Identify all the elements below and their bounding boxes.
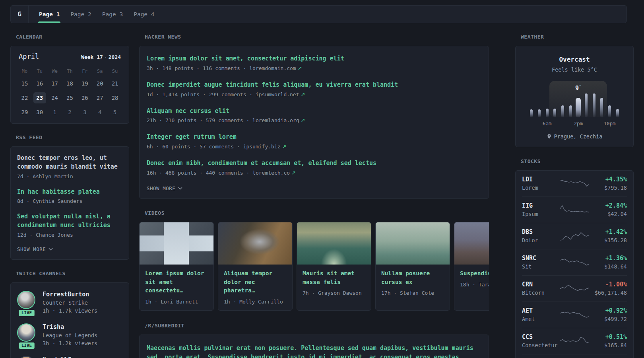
hackernews-item: Lorem ipsum dolor sit amet, consectetur … (147, 54, 481, 71)
hackernews-item-domain[interactable]: loremlandia.org (252, 117, 299, 123)
hackernews-show-more-button[interactable]: SHOW MORE (147, 185, 481, 191)
video-card-body: Nullam posuere cursus ex17h · Stefan Col… (376, 265, 450, 302)
rss-item-title[interactable]: Donec tempor eros leo, ut commodo mauris… (17, 154, 122, 171)
calendar-day[interactable]: 16 (33, 78, 46, 89)
video-card: Mauris sit amet massa felis7h · Grayson … (297, 222, 371, 311)
hackernews-item-title[interactable]: Donec enim nibh, condimentum et accumsan… (147, 159, 481, 168)
stock-ticker[interactable]: DBS (522, 228, 560, 235)
stock-ticker[interactable]: CCS (522, 333, 560, 340)
weather-time-label: 10pm (603, 121, 615, 126)
video-thumbnail[interactable] (376, 222, 450, 265)
calendar-day-cell: 21 (107, 76, 122, 91)
hackernews-item-title[interactable]: Lorem ipsum dolor sit amet, consectetur … (147, 54, 481, 63)
twitch-channel-name[interactable]: KendallCarr (43, 356, 82, 358)
hackernews-item-meta-text: 3h · 148 points · 116 comments · (147, 65, 249, 71)
rss-item-title[interactable]: In hac habitasse platea (17, 188, 122, 197)
calendar-day-cell: 27 (92, 91, 107, 105)
tab-page-4[interactable]: Page 4 (129, 6, 159, 23)
video-thumbnail[interactable] (218, 222, 292, 265)
twitch-channel-info: ForrestBurtonCounter-Strike1h · 1.7k vie… (43, 291, 97, 314)
avatar[interactable] (17, 291, 35, 309)
twitch-channel-category[interactable]: Counter-Strike (43, 300, 97, 306)
calendar-day[interactable]: 20 (93, 78, 106, 89)
location-pin-icon (547, 134, 552, 139)
calendar-day-cell: 29 (17, 105, 32, 119)
calendar-day[interactable]: 29 (18, 107, 31, 118)
calendar-day[interactable]: 18 (63, 78, 76, 89)
calendar-day-selected[interactable]: 23 (33, 92, 46, 103)
calendar-day-cell: 25 (62, 91, 78, 105)
calendar-day[interactable]: 21 (109, 78, 121, 89)
rss-show-more-button[interactable]: SHOW MORE (17, 246, 122, 252)
hackernews-item-domain[interactable]: ipsumify.biz (243, 144, 281, 150)
calendar-day[interactable]: 17 (48, 78, 61, 89)
calendar-card: April Week 17·2024 MoTuWeThFrSaSu1516171… (10, 46, 129, 124)
stock-row: IIGIpsum+2.84%$42.04 (522, 197, 627, 223)
calendar-day[interactable]: 1 (48, 107, 61, 118)
stock-name: Dolor (522, 237, 560, 243)
hackernews-item-title[interactable]: Integer eget rutrum lorem (147, 133, 481, 142)
rss-item-title[interactable]: Sed volutpat nulla nisl, a condimentum n… (17, 212, 122, 230)
external-link-icon: ↗ (298, 65, 302, 71)
hackernews-card: Lorem ipsum dolor sit amet, consectetur … (139, 46, 489, 199)
stock-price: $156.28 (589, 237, 627, 243)
video-thumbnail[interactable] (454, 222, 489, 265)
twitch-channel-name[interactable]: ForrestBurton (43, 291, 97, 298)
video-title[interactable]: Nullam posuere cursus ex (381, 269, 444, 287)
calendar-day[interactable]: 24 (48, 92, 61, 103)
calendar-day[interactable]: 27 (93, 92, 106, 103)
hackernews-item-domain[interactable]: ipsumworld.net (256, 91, 299, 97)
app-logo[interactable]: G (11, 6, 28, 23)
tab-page-3[interactable]: Page 3 (97, 6, 128, 23)
stock-ticker[interactable]: IIG (522, 202, 560, 209)
calendar-day[interactable]: 2 (63, 107, 76, 118)
video-title[interactable]: Mauris sit amet massa felis (303, 269, 365, 287)
calendar-day[interactable]: 28 (109, 92, 121, 103)
weather-bar (593, 93, 596, 117)
calendar-weekday-label: Mo (17, 65, 32, 76)
hackernews-item-domain[interactable]: loremdomain.com (249, 65, 296, 71)
calendar-day[interactable]: 26 (78, 92, 91, 103)
twitch-channel-category[interactable]: League of Legends (43, 332, 97, 339)
calendar-day-cell: 3 (77, 105, 92, 119)
video-title[interactable]: Lorem ipsum dolor sit amet consectetu… (145, 269, 208, 295)
stock-values: +0.92%$499.72 (589, 307, 627, 322)
tab-page-1[interactable]: Page 1 (34, 6, 64, 23)
calendar-day[interactable]: 22 (18, 92, 31, 103)
calendar-weekday-label: Sa (92, 65, 107, 76)
subreddit-widget-title: /R/SUBREDDIT (145, 323, 489, 329)
hackernews-item-title[interactable]: Donec imperdiet augue tincidunt felis al… (147, 81, 481, 90)
weather-bar (600, 98, 603, 117)
subreddit-post-title[interactable]: Maecenas mollis pulvinar erat non posuer… (147, 344, 481, 358)
stock-price: $148.64 (589, 263, 627, 270)
hackernews-item-meta-text: 1d · 1,414 points · 299 comments · (147, 91, 256, 97)
stock-ticker[interactable]: AET (522, 307, 560, 314)
calendar-day[interactable]: 15 (18, 78, 31, 89)
calendar-day[interactable]: 25 (63, 92, 76, 103)
avatar[interactable] (17, 323, 35, 342)
calendar-day[interactable]: 4 (93, 107, 106, 118)
weather-time-axis: 6am2pm10pm (528, 121, 621, 127)
video-title[interactable]: Suspendisse diam (460, 269, 489, 278)
hackernews-widget: HACKER NEWS Lorem ipsum dolor sit amet, … (139, 34, 489, 199)
video-thumbnail[interactable] (297, 222, 371, 265)
rss-item-meta: 8d · Cynthia Saunders (17, 198, 122, 204)
stock-info: LDILorem (522, 176, 560, 191)
avatar[interactable] (17, 356, 35, 358)
calendar-day[interactable]: 3 (78, 107, 91, 118)
stock-price: $795.18 (589, 185, 627, 191)
calendar-day[interactable]: 5 (109, 107, 121, 118)
stock-ticker[interactable]: LDI (522, 176, 560, 183)
hackernews-item-domain[interactable]: loremtech.co (252, 170, 290, 176)
video-title[interactable]: Aliquam tempor dolor nec pharetra… (224, 269, 287, 295)
video-thumbnail[interactable] (140, 222, 213, 265)
twitch-card: LIVEForrestBurtonCounter-Strike1h · 1.7k… (10, 282, 129, 358)
stock-ticker[interactable]: SNRC (522, 255, 560, 262)
calendar-day[interactable]: 19 (78, 78, 91, 89)
stock-ticker[interactable]: CRN (522, 281, 560, 288)
calendar-day[interactable]: 30 (33, 107, 46, 118)
hackernews-item-title[interactable]: Aliquam nec cursus elit (147, 107, 481, 116)
twitch-channel-name[interactable]: Trisha (43, 323, 97, 331)
tab-page-2[interactable]: Page 2 (66, 6, 96, 23)
weather-bar-current (576, 98, 581, 117)
